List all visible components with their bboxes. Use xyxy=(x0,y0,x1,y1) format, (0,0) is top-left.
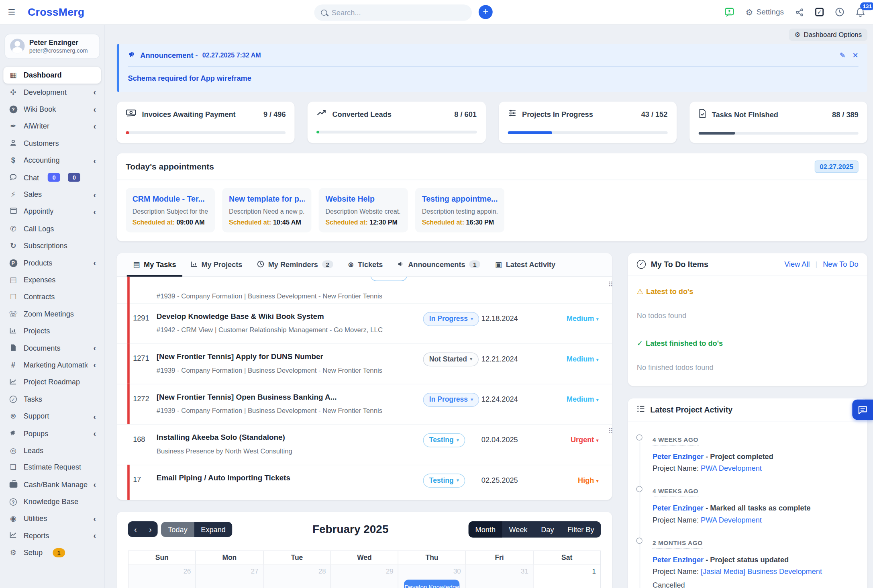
sidebar-item-products[interactable]: P Products ‹ xyxy=(3,254,101,271)
view-all-link[interactable]: View All xyxy=(784,260,810,268)
settings-button[interactable]: ⚙ Settings xyxy=(746,7,784,17)
calendar-cell[interactable]: 27 xyxy=(196,565,263,588)
appointments-date-chip[interactable]: 02.27.2025 xyxy=(815,160,859,173)
tab-latest-activity[interactable]: ▣Latest Activity xyxy=(488,253,563,276)
add-button[interactable]: + xyxy=(479,5,493,19)
sidebar-item-contracts[interactable]: ☐ Contracts xyxy=(3,288,101,305)
calendar-event[interactable]: Develop Knowledge xyxy=(404,580,460,588)
calendar-cell[interactable]: 29 xyxy=(331,565,398,588)
notifications-bell-icon[interactable]: 131 xyxy=(856,7,865,17)
tab-tickets[interactable]: ⊗Tickets xyxy=(341,253,390,276)
calendar-cell[interactable]: 30 Develop Knowledge xyxy=(398,565,466,588)
priority-dropdown[interactable]: Medium ▾ xyxy=(545,352,599,363)
priority-dropdown[interactable]: Urgent ▾ xyxy=(545,433,599,444)
sidebar-item-projects[interactable]: Projects xyxy=(3,323,101,339)
sidebar-item-utilities[interactable]: ◉ Utilities ‹ xyxy=(3,510,101,527)
sidebar-item-tasks[interactable]: ✓ Tasks xyxy=(3,391,101,408)
sidebar-item-dashboard[interactable]: ▦ Dashboard xyxy=(3,67,101,84)
status-dropdown[interactable]: Testing▾ xyxy=(423,433,465,447)
close-icon[interactable]: ✕ xyxy=(852,51,858,59)
calendar-cell[interactable]: 28 xyxy=(263,565,331,588)
priority-dropdown[interactable]: Medium ▾ xyxy=(545,312,599,323)
project-link[interactable]: PWA Development xyxy=(701,464,762,472)
sidebar-item-aiwriter[interactable]: ✒ AiWriter ‹ xyxy=(3,118,101,135)
status-dropdown[interactable]: Not Started▾ xyxy=(423,352,478,366)
appointment-card[interactable]: Website Help Description Website creat..… xyxy=(319,188,408,232)
status-dropdown[interactable]: In Progress▾ xyxy=(423,392,479,406)
dashboard-options-button[interactable]: ⚙ Dashboard Options xyxy=(789,29,867,41)
sidebar-item-appointly[interactable]: Appointly ‹ xyxy=(3,203,101,220)
calendar-cell[interactable]: 31 xyxy=(466,565,533,588)
search-input[interactable]: Search... xyxy=(314,4,472,21)
calendar-today-button[interactable]: Today xyxy=(161,522,194,537)
appointment-card[interactable]: Testing appointme... Description testing… xyxy=(415,188,504,232)
app-logo[interactable]: CrossMerg xyxy=(28,6,84,18)
sidebar-item-documents[interactable]: Documents ‹ xyxy=(3,339,101,356)
calendar-expand-button[interactable]: Expand xyxy=(194,522,232,537)
user-link[interactable]: Peter Enzinger xyxy=(653,555,704,564)
priority-dropdown[interactable]: High ▾ xyxy=(545,474,599,484)
priority-dropdown[interactable]: Medium ▾ xyxy=(545,392,599,403)
sidebar-item-support[interactable]: ⊗ Support ‹ xyxy=(3,408,101,425)
chat-fab-button[interactable] xyxy=(852,400,873,420)
tab-my-reminders[interactable]: My Reminders2 xyxy=(250,253,341,276)
project-link[interactable]: [Jasial Media] Business Development xyxy=(701,567,822,576)
sidebar-item-wiki-book[interactable]: ? Wiki Book ‹ xyxy=(3,101,101,118)
sidebar-item-call-logs[interactable]: ✆ Call Logs xyxy=(3,220,101,237)
project-link[interactable]: PWA Development xyxy=(701,515,762,524)
calendar-view-month[interactable]: Month xyxy=(469,521,502,537)
clock-icon[interactable] xyxy=(835,7,844,17)
stat-card-invoices[interactable]: Invoices Awaiting Payment 9 / 496 xyxy=(117,102,295,143)
drag-handle-icon[interactable]: ⠿ xyxy=(608,281,613,288)
calendar-next-button[interactable]: › xyxy=(143,521,158,537)
share-icon[interactable] xyxy=(795,8,804,16)
status-dropdown[interactable]: In Progress▾ xyxy=(423,312,479,326)
new-todo-link[interactable]: New To Do xyxy=(823,260,859,268)
sidebar-item-cash-bank-manage[interactable]: Cash/Bank Manage ‹ xyxy=(3,476,101,493)
sidebar-item-reports[interactable]: Reports ‹ xyxy=(3,527,101,544)
sidebar-item-zoom-meetings[interactable]: ☏ Zoom Meetings xyxy=(3,305,101,322)
appointment-card[interactable]: CRM Module - Ter... Description Subject … xyxy=(126,188,215,232)
sidebar-item-knowledge-base[interactable]: ? Knowledge Base xyxy=(3,493,101,510)
status-dropdown[interactable]: Testing▾ xyxy=(423,474,465,488)
sidebar-item-accounting[interactable]: $ Accounting ‹ xyxy=(3,152,101,169)
sidebar-item-marketing-automation[interactable]: # Marketing Automation ‹ xyxy=(3,357,101,374)
sidebar-item-subscriptions[interactable]: ↻ Subscriptions xyxy=(3,237,101,254)
task-row[interactable]: 1291 Develop Knowledge Base & Wiki Book … xyxy=(117,303,612,343)
sidebar-item-leads[interactable]: ◎ Leads xyxy=(3,442,101,459)
sidebar-item-setup[interactable]: ⚙ Setup 1 xyxy=(3,544,101,561)
calendar-cell[interactable]: 26 xyxy=(129,565,196,588)
calendar-cell[interactable]: 1 xyxy=(533,565,600,588)
task-row[interactable]: 17 Email Piping / Auto Importing Tickets… xyxy=(117,464,612,500)
user-link[interactable]: Peter Enzinger xyxy=(653,452,704,460)
drag-handle-icon[interactable]: ⠿ xyxy=(608,428,613,435)
tasks-check-icon[interactable]: ✓ xyxy=(815,8,824,16)
edit-icon[interactable]: ✎ xyxy=(839,51,845,59)
task-row[interactable]: 168 Installing Akeeba Solo (Standalone) … xyxy=(117,424,612,465)
sidebar-item-customers[interactable]: Customers xyxy=(3,135,101,152)
feedback-chat-icon[interactable] xyxy=(724,7,734,17)
appointment-card[interactable]: New template for p... Description Need a… xyxy=(222,188,311,232)
stat-card-converted-leads[interactable]: Converted Leads 8 / 601 xyxy=(308,102,485,143)
tab-my-projects[interactable]: My Projects xyxy=(184,253,250,276)
sidebar-item-popups[interactable]: Popups ‹ xyxy=(3,425,101,441)
hamburger-menu-icon[interactable]: ☰ xyxy=(8,7,16,17)
sidebar-item-expenses[interactable]: ▤ Expenses xyxy=(3,271,101,288)
user-link[interactable]: Peter Enzinger xyxy=(653,504,704,512)
sidebar-item-chat[interactable]: Chat 0 0 xyxy=(3,169,101,186)
calendar-prev-button[interactable]: ‹ xyxy=(128,521,143,537)
sidebar-item-estimate-request[interactable]: ❏ Estimate Request xyxy=(3,459,101,476)
tab-announcements[interactable]: Announcements1 xyxy=(390,253,488,276)
calendar-view-day[interactable]: Day xyxy=(534,521,561,537)
stat-card-tasks-not-finished[interactable]: Tasks Not Finished 88 / 389 xyxy=(689,102,867,143)
tab-my-tasks[interactable]: ▤My Tasks xyxy=(126,253,184,276)
task-row-partial[interactable]: #1939 - Company Formation | Business Dev… xyxy=(117,276,612,303)
sidebar-item-project-roadmap[interactable]: Project Roadmap xyxy=(3,374,101,390)
stat-card-projects-in-progress[interactable]: Projects In Progress 43 / 152 xyxy=(498,102,676,143)
calendar-filter-by[interactable]: Filter By xyxy=(561,521,601,537)
task-row[interactable]: 1271 [New Frontier Tennis] Apply for DUN… xyxy=(117,343,612,384)
profile-card[interactable]: Peter Enzinger peter@crossmerg.com xyxy=(4,34,100,59)
calendar-view-week[interactable]: Week xyxy=(502,521,534,537)
sidebar-item-development[interactable]: ✣ Development ‹ xyxy=(3,84,101,100)
sidebar-item-sales[interactable]: ⚡ Sales ‹ xyxy=(3,186,101,203)
